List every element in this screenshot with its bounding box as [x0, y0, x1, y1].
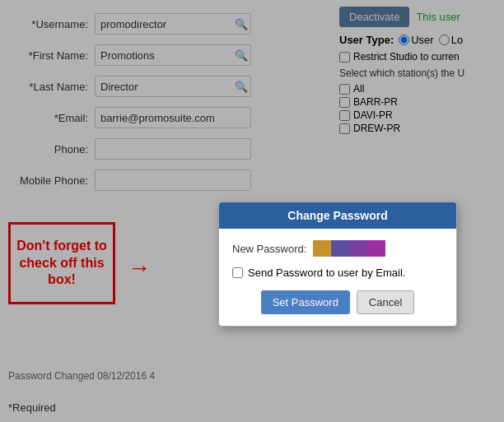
set-password-button[interactable]: Set Password [261, 290, 350, 314]
new-password-row: New Password: [232, 240, 443, 257]
change-password-modal: Change Password New Password: Send Passw… [218, 202, 457, 327]
color-box-2 [331, 240, 349, 257]
new-password-label: New Password: [232, 243, 306, 255]
color-box-4 [367, 240, 385, 257]
modal-body: New Password: Send Password to user by E… [219, 229, 456, 326]
modal-header: Change Password [219, 202, 456, 229]
password-color-boxes [313, 240, 385, 257]
main-form: *Username: 🔍 *First Name: 🔍 *Last Name: … [0, 0, 504, 422]
cancel-button[interactable]: Cancel [357, 290, 414, 314]
modal-buttons: Set Password Cancel [232, 290, 443, 314]
color-box-1 [313, 240, 331, 257]
send-email-label: Send Password to user by Email. [248, 267, 405, 279]
send-email-row: Send Password to user by Email. [232, 267, 443, 279]
color-box-3 [349, 240, 367, 257]
send-email-checkbox[interactable] [232, 267, 243, 278]
